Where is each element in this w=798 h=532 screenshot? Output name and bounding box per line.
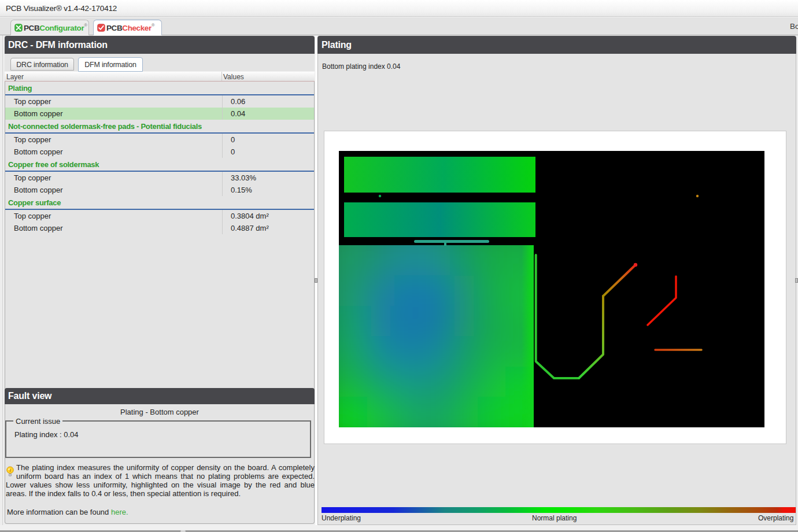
svg-text:i: i xyxy=(9,468,10,473)
